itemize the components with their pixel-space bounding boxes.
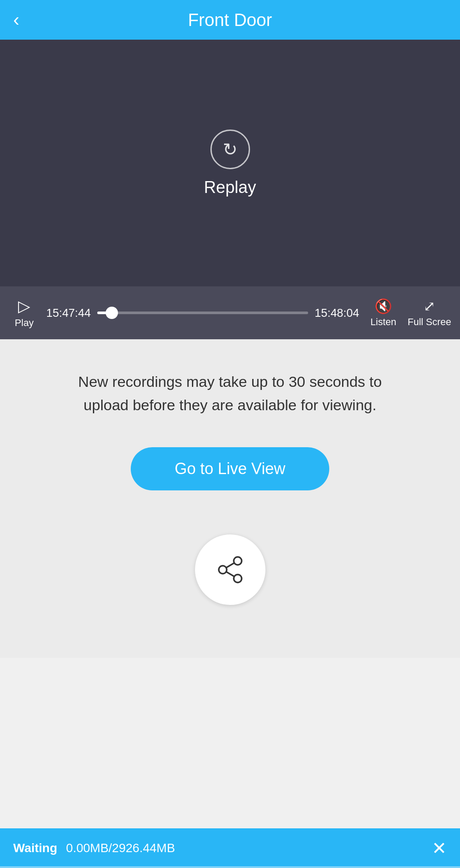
share-icon bbox=[215, 554, 246, 585]
svg-line-4 bbox=[226, 572, 234, 576]
play-button[interactable]: ▷ Play bbox=[9, 297, 40, 329]
status-bar: Waiting 0.00MB/2926.44MB ✕ bbox=[0, 828, 460, 868]
play-label: Play bbox=[15, 317, 34, 329]
page-title: Front Door bbox=[188, 10, 272, 30]
upload-progress: 0.00MB/2926.44MB bbox=[66, 841, 175, 855]
listen-button[interactable]: 🔇 Listen bbox=[366, 298, 401, 328]
fullscreen-icon: ⤢ bbox=[423, 298, 435, 315]
time-end: 15:48:04 bbox=[315, 306, 359, 320]
listen-label: Listen bbox=[371, 316, 397, 328]
info-text: New recordings may take up to 30 seconds… bbox=[63, 370, 397, 416]
fullscreen-button[interactable]: ⤢ Full Scree bbox=[408, 298, 451, 328]
header: ‹ Front Door bbox=[0, 0, 460, 40]
svg-line-3 bbox=[226, 563, 234, 568]
status-info: Waiting 0.00MB/2926.44MB bbox=[13, 841, 175, 855]
status-close-button[interactable]: ✕ bbox=[432, 838, 447, 858]
replay-icon: ↻ bbox=[223, 139, 238, 160]
play-icon: ▷ bbox=[18, 297, 30, 315]
svg-point-2 bbox=[234, 575, 242, 582]
main-content: New recordings may take up to 30 seconds… bbox=[0, 339, 460, 658]
progress-bar[interactable] bbox=[97, 312, 308, 314]
fullscreen-label: Full Scree bbox=[408, 316, 451, 328]
upload-progress-bar bbox=[0, 866, 460, 868]
time-start: 15:47:44 bbox=[46, 306, 91, 320]
live-view-button[interactable]: Go to Live View bbox=[131, 447, 329, 490]
progress-thumb bbox=[106, 307, 118, 319]
waiting-label: Waiting bbox=[13, 841, 57, 855]
svg-point-0 bbox=[234, 557, 242, 565]
svg-point-1 bbox=[219, 566, 227, 574]
video-player: ↻ Replay bbox=[0, 40, 460, 286]
player-controls: ▷ Play 15:47:44 15:48:04 🔇 Listen ⤢ Full… bbox=[0, 286, 460, 339]
back-button[interactable]: ‹ bbox=[13, 11, 19, 29]
replay-button[interactable]: ↻ bbox=[210, 130, 250, 169]
mute-icon: 🔇 bbox=[375, 298, 392, 315]
share-button[interactable] bbox=[195, 534, 265, 605]
replay-label: Replay bbox=[204, 178, 256, 197]
